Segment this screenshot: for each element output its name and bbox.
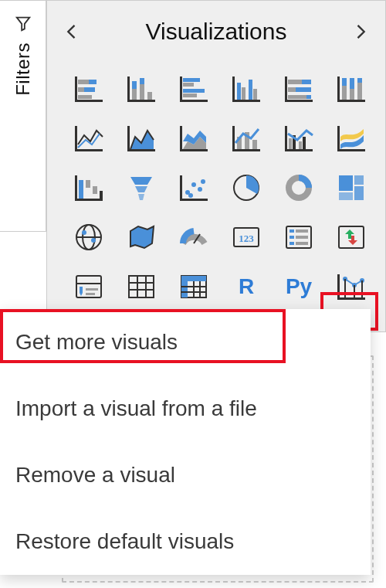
svg-marker-71 [130, 177, 152, 185]
svg-rect-17 [183, 78, 200, 82]
svg-point-80 [188, 193, 193, 198]
scatter-chart-icon[interactable] [175, 169, 212, 206]
svg-rect-100 [290, 242, 294, 245]
funnel-icon [15, 15, 32, 32]
stacked-column-chart-icon[interactable] [123, 70, 160, 107]
more-visuals-menu: Get more visuals Import a visual from a … [0, 309, 371, 575]
line-and-stacked-column-chart-icon[interactable] [228, 120, 265, 157]
svg-rect-6 [84, 87, 95, 92]
svg-rect-2 [75, 100, 103, 102]
svg-rect-99 [296, 236, 308, 239]
svg-rect-9 [127, 100, 155, 102]
svg-rect-26 [253, 89, 257, 100]
svg-rect-36 [337, 100, 365, 102]
svg-rect-23 [237, 83, 241, 100]
100-stacked-column-chart-icon[interactable] [333, 70, 370, 107]
svg-rect-43 [75, 126, 77, 151]
svg-rect-67 [79, 180, 83, 199]
area-chart-icon[interactable] [123, 120, 160, 157]
svg-rect-1 [75, 76, 77, 101]
svg-rect-27 [285, 76, 287, 101]
svg-rect-68 [86, 180, 90, 188]
svg-rect-16 [180, 100, 208, 102]
svg-point-78 [198, 187, 202, 192]
svg-rect-10 [132, 89, 137, 100]
svg-rect-31 [288, 87, 296, 92]
key-influencers-icon[interactable] [333, 268, 370, 305]
menu-import-visual-from-file[interactable]: Import a visual from a file [0, 376, 371, 442]
multi-row-card-icon[interactable] [280, 219, 317, 256]
svg-rect-85 [354, 186, 364, 200]
stacked-area-chart-icon[interactable] [175, 120, 212, 157]
svg-rect-3 [78, 80, 89, 84]
chevron-right-icon[interactable] [350, 21, 371, 42]
ribbon-chart-icon[interactable] [333, 120, 370, 157]
filled-map-icon[interactable] [123, 219, 160, 256]
matrix-icon[interactable] [175, 268, 212, 305]
svg-rect-15 [180, 76, 182, 101]
svg-rect-122 [337, 274, 340, 299]
svg-marker-72 [135, 186, 147, 192]
svg-rect-19 [183, 89, 205, 93]
treemap-icon[interactable] [333, 169, 370, 206]
svg-rect-59 [289, 138, 292, 149]
svg-rect-25 [249, 80, 252, 100]
svg-rect-65 [75, 175, 77, 200]
svg-rect-70 [100, 191, 103, 199]
line-and-clustered-column-chart-icon[interactable] [280, 120, 317, 157]
filters-pane-tab[interactable]: Filters [0, 0, 46, 232]
visualizations-header: Visualizations [47, 1, 385, 55]
funnel-chart-icon[interactable] [123, 169, 160, 206]
svg-rect-49 [180, 149, 208, 151]
kpi-icon[interactable] [333, 219, 370, 256]
svg-rect-46 [127, 149, 155, 151]
svg-rect-83 [339, 175, 353, 191]
svg-rect-108 [86, 288, 98, 291]
map-icon[interactable] [70, 219, 107, 256]
svg-rect-57 [285, 126, 287, 151]
svg-rect-86 [339, 192, 353, 200]
clustered-bar-chart-icon[interactable] [175, 70, 212, 107]
svg-point-77 [191, 182, 196, 187]
svg-rect-45 [127, 126, 130, 151]
waterfall-chart-icon[interactable] [70, 169, 107, 206]
svg-rect-30 [302, 80, 311, 84]
python-visual-icon[interactable]: Py [280, 268, 317, 305]
svg-marker-107 [80, 287, 83, 296]
svg-rect-69 [93, 186, 97, 194]
svg-rect-33 [288, 95, 306, 99]
svg-rect-109 [86, 293, 95, 295]
clustered-column-chart-icon[interactable] [228, 70, 265, 107]
svg-rect-41 [357, 83, 362, 100]
svg-rect-61 [299, 141, 302, 149]
line-chart-icon[interactable] [70, 120, 107, 157]
slicer-icon[interactable] [70, 268, 107, 305]
menu-restore-default-visuals[interactable]: Restore default visuals [0, 508, 371, 575]
svg-rect-98 [290, 236, 294, 239]
svg-rect-24 [242, 87, 245, 100]
pie-chart-icon[interactable] [228, 169, 265, 206]
menu-remove-visual[interactable]: Remove a visual [0, 442, 371, 508]
svg-rect-13 [140, 78, 144, 84]
chevron-left-icon[interactable] [61, 21, 83, 42]
r-script-visual-icon[interactable]: R [228, 268, 265, 305]
donut-chart-icon[interactable] [280, 169, 317, 206]
svg-rect-74 [180, 175, 182, 200]
svg-point-79 [201, 179, 205, 184]
gauge-icon[interactable] [175, 219, 212, 256]
table-icon[interactable] [123, 268, 160, 305]
svg-rect-101 [296, 242, 308, 245]
svg-marker-0 [16, 18, 29, 30]
100-stacked-bar-chart-icon[interactable] [280, 70, 317, 107]
svg-rect-7 [78, 95, 92, 99]
card-icon[interactable]: 123 [228, 219, 265, 256]
svg-line-128 [354, 280, 362, 285]
svg-rect-58 [285, 149, 313, 151]
svg-rect-20 [183, 93, 197, 97]
svg-rect-34 [306, 95, 311, 99]
visualizations-panel: Visualizations 123 R [46, 0, 386, 332]
stacked-bar-chart-icon[interactable] [70, 70, 107, 107]
menu-get-more-visuals[interactable]: Get more visuals [0, 309, 371, 376]
svg-rect-97 [296, 229, 308, 233]
svg-rect-8 [127, 76, 130, 101]
